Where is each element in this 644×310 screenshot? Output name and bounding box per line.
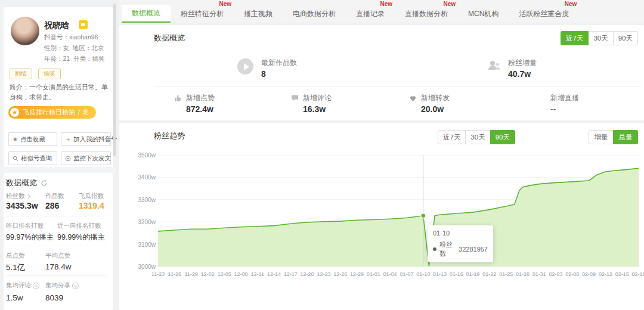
divider <box>154 86 642 87</box>
works-label: 作品数 <box>45 192 64 200</box>
feigua-index-value: 1319.4 <box>79 201 104 210</box>
new-shares-label: 新增转发 <box>421 93 450 103</box>
avatar <box>11 17 39 45</box>
monitor-post-button[interactable]: 监控下次发文 <box>61 151 111 165</box>
similar-account-button[interactable]: 相似号查询 <box>8 151 57 165</box>
sidebar-overview-title: 数据概览 <box>6 178 48 188</box>
new-badge: New <box>565 1 577 7</box>
trend-range-30d-button[interactable]: 30天 <box>465 130 490 144</box>
latest-works-value: 8 <box>261 69 266 79</box>
avg-comments-value: 1.5w <box>6 293 23 302</box>
new-comments-value: 16.3w <box>303 104 326 114</box>
overview-range-toggle: 近7天 30天 90天 <box>561 31 638 45</box>
total-likes-value: 5.1亿 <box>6 262 25 273</box>
fan-growth-label: 粉丝增量 <box>508 58 537 68</box>
fan-trend-chart[interactable]: 01-10 粉丝数 32281957 3000w3100w3200w3300w3… <box>158 155 639 266</box>
divider <box>0 167 116 173</box>
gender-region: 性别：女 地区：北京 <box>44 44 104 52</box>
works-value: 286 <box>45 201 59 210</box>
tab-fan-analysis[interactable]: New粉丝特征分析 <box>171 5 234 23</box>
total-likes-label: 总点赞 <box>6 252 25 260</box>
week-rank-value: 99.99%的播主 <box>57 232 105 243</box>
tab-fan-overlap[interactable]: New活跃粉丝重合度 <box>509 5 579 23</box>
douyin-id: 抖音号：xiaohan96 <box>44 33 98 42</box>
trend-mode-toggle: 增量 总量 <box>589 130 638 144</box>
x-axis-tick: 02-18 <box>627 271 644 277</box>
like-icon <box>174 94 182 102</box>
plus-icon: ＋ <box>65 135 71 144</box>
chart-tooltip: 01-10 粉丝数 32281957 <box>428 225 493 262</box>
new-comments-label: 新增评论 <box>303 93 332 103</box>
week-rank-label: 近一周排名打败 <box>57 222 101 230</box>
fan-trend-card: 粉丝趋势 近7天 30天 90天 增量 总量 01-10 粉丝数 3228195… <box>119 123 644 310</box>
tag[interactable]: 搞笑 <box>38 69 61 79</box>
mode-total-button[interactable]: 总量 <box>613 130 638 144</box>
sidebar-scrollbar[interactable] <box>113 4 116 156</box>
tag[interactable]: 剧情 <box>10 69 32 79</box>
tooltip-date: 01-10 <box>433 230 488 237</box>
mode-increment-button[interactable]: 增量 <box>589 130 614 144</box>
refresh-icon[interactable] <box>41 179 48 187</box>
fan-growth-value: 40.7w <box>508 69 531 79</box>
feigua-index-label: 飞瓜指数 <box>79 192 104 200</box>
avg-shares-label: 集均分享 <box>45 281 79 290</box>
medal-icon: ★ <box>10 108 19 117</box>
trend-range-90d-button[interactable]: 90天 <box>490 130 515 144</box>
users-icon <box>487 59 502 72</box>
comment-icon <box>291 94 299 102</box>
avg-comments-label: 集均评论 <box>6 281 39 290</box>
favorite-button[interactable]: ★点击收藏 <box>8 132 57 146</box>
area-chart-canvas <box>158 155 639 267</box>
profile-tags: 剧情 搞笑 <box>10 69 61 79</box>
avg-likes-value: 178.4w <box>45 262 72 271</box>
avg-likes-label: 平均点赞 <box>45 252 70 260</box>
tab-live-records[interactable]: New直播记录 <box>346 5 395 23</box>
new-shares-value: 20.0w <box>421 104 444 114</box>
chevron-right-icon <box>26 194 30 198</box>
yesterday-rank-label: 昨日排名打败 <box>6 222 44 230</box>
tab-videos[interactable]: 播主视频 <box>234 5 283 23</box>
overview-title: 数据概览 <box>154 33 185 44</box>
y-axis-tick: 3200w <box>132 219 156 225</box>
profile-intro: 简介：一个女演员的生活日常。单身狗，求带走。 <box>10 82 110 103</box>
y-axis-tick: 3500w <box>132 152 156 159</box>
fans-label[interactable]: 粉丝数 <box>6 192 30 200</box>
page: 祝晓晗 抖音号：xiaohan96 性别：女 地区：北京 年龄：21 分类：搞笑… <box>0 0 644 310</box>
monitor-icon <box>65 156 71 162</box>
add-account-button[interactable]: ＋加入我的抖音号 <box>61 132 111 146</box>
fan-trend-title: 粉丝趋势 <box>154 131 185 141</box>
y-axis-tick: 3400w <box>132 174 156 181</box>
tooltip-value: 32281957 <box>459 246 488 253</box>
tab-data-overview[interactable]: 数据概览 <box>122 5 171 23</box>
y-axis-tick: 3000w <box>132 264 156 270</box>
help-icon[interactable] <box>72 283 79 289</box>
latest-works-label: 最新作品数 <box>261 58 297 68</box>
verified-badge-icon <box>79 20 88 29</box>
trend-range-toggle: 近7天 30天 90天 <box>438 130 515 144</box>
age-category: 年龄：21 分类：搞笑 <box>44 55 105 63</box>
play-icon[interactable] <box>237 58 253 75</box>
y-axis-tick: 3300w <box>132 197 156 203</box>
new-badge: New <box>443 1 456 7</box>
tab-live-analysis[interactable]: New直播数据分析 <box>395 5 458 23</box>
heart-icon <box>409 94 417 102</box>
trend-range-7d-button[interactable]: 近7天 <box>438 130 466 144</box>
new-likes-label: 新增点赞 <box>186 93 215 103</box>
new-badge: New <box>219 1 231 7</box>
rank-badge[interactable]: ★ 飞瓜排行榜日榜第 7 名 <box>8 106 96 119</box>
overview-card: 数据概览 近7天 30天 90天 最新作品数 8 粉丝增量 40.7w 新增点赞… <box>119 25 644 120</box>
new-lives-label: 新增直播 <box>550 93 579 103</box>
range-30d-button[interactable]: 30天 <box>588 31 613 45</box>
help-icon[interactable] <box>33 283 39 289</box>
divider <box>5 246 107 246</box>
range-7d-button[interactable]: 近7天 <box>561 31 589 45</box>
star-icon: ★ <box>13 136 18 142</box>
new-badge: New <box>380 1 392 7</box>
tab-mcn[interactable]: MCN机构 <box>458 5 509 23</box>
new-lives-value: -- <box>550 104 556 114</box>
profile-name: 祝晓晗 <box>44 20 69 31</box>
range-90d-button[interactable]: 90天 <box>613 31 638 45</box>
fans-value: 3435.3w <box>6 201 38 210</box>
tab-ecommerce-analysis[interactable]: 电商数据分析 <box>283 5 346 23</box>
tooltip-series: 粉丝数 <box>439 240 459 258</box>
